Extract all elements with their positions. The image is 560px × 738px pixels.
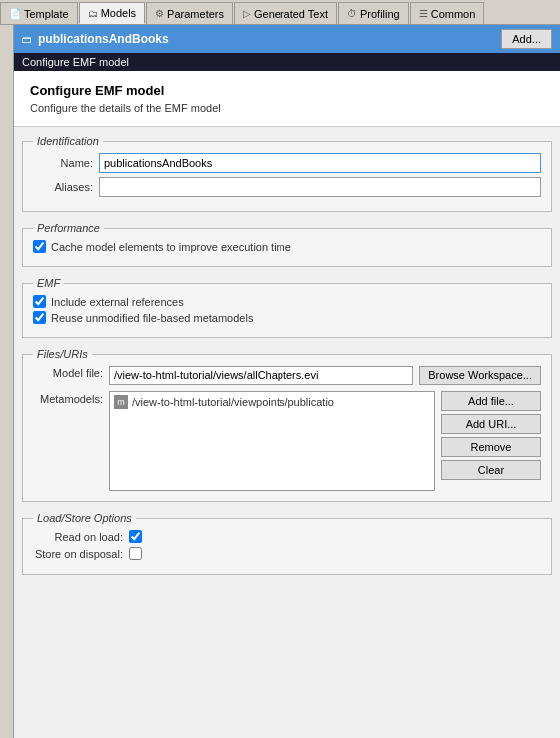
parameters-icon: ⚙ — [155, 8, 164, 19]
identification-group: Identification Name: Aliases: — [22, 135, 552, 212]
name-input[interactable] — [99, 153, 541, 173]
clear-button[interactable]: Clear — [441, 460, 541, 480]
aliases-input[interactable] — [99, 177, 541, 197]
metamodel-item: m /view-to-html-tutorial/viewpoints/publ… — [112, 394, 432, 410]
browse-workspace-button[interactable]: Browse Workspace... — [419, 366, 541, 385]
add-uri-button[interactable]: Add URI... — [441, 414, 541, 434]
tab-generated-text-label: Generated Text — [254, 8, 328, 20]
form-area: Identification Name: Aliases: Performanc… — [14, 127, 560, 593]
include-external-label: Include external references — [51, 296, 184, 308]
tab-generated-text[interactable]: ▷ Generated Text — [234, 2, 337, 24]
configure-heading: Configure EMF model — [30, 83, 544, 98]
emf-legend: EMF — [33, 277, 64, 289]
metamodels-list[interactable]: m /view-to-html-tutorial/viewpoints/publ… — [109, 391, 435, 491]
profiling-icon: ⏱ — [347, 8, 357, 19]
tab-models-label: Models — [101, 7, 136, 19]
metamodels-side-buttons: Add file... Add URI... Remove Clear — [441, 391, 541, 480]
tab-profiling-label: Profiling — [360, 8, 400, 20]
model-file-row: Model file: Browse Workspace... — [33, 366, 541, 385]
emf-group: EMF Include external references Reuse un… — [22, 277, 552, 338]
store-on-disposal-checkbox[interactable] — [129, 547, 142, 560]
include-external-row: Include external references — [33, 295, 541, 308]
main-area: 🗃 publicationsAndBooks Add... Configure … — [0, 25, 560, 738]
load-store-group: Load/Store Options Read on load: Store o… — [22, 512, 552, 575]
metamodels-label: Metamodels: — [33, 391, 103, 405]
read-on-load-label: Read on load: — [33, 531, 123, 543]
tab-common-label: Common — [431, 8, 476, 20]
models-icon: 🗂 — [88, 8, 98, 19]
section-title-bar: Configure EMF model — [14, 53, 560, 71]
reuse-metamodels-row: Reuse unmodified file-based metamodels — [33, 311, 541, 324]
identification-legend: Identification — [33, 135, 103, 147]
configure-section: Configure EMF model Configure the detail… — [14, 71, 560, 127]
tab-profiling[interactable]: ⏱ Profiling — [338, 2, 409, 24]
common-icon: ☰ — [419, 8, 428, 19]
sidebar-strip — [0, 25, 14, 738]
files-uris-legend: Files/URIs — [33, 348, 92, 360]
metamodel-path: /view-to-html-tutorial/viewpoints/public… — [132, 396, 334, 408]
reuse-metamodels-label: Reuse unmodified file-based metamodels — [51, 312, 253, 324]
cache-checkbox[interactable] — [33, 240, 46, 253]
remove-button[interactable]: Remove — [441, 437, 541, 457]
configure-description: Configure the details of the EMF model — [30, 102, 544, 114]
include-external-checkbox[interactable] — [33, 295, 46, 308]
cache-label: Cache model elements to improve executio… — [51, 241, 291, 253]
performance-legend: Performance — [33, 222, 104, 234]
model-header: 🗃 publicationsAndBooks Add... — [14, 25, 560, 53]
add-file-button[interactable]: Add file... — [441, 391, 541, 411]
name-row: Name: — [33, 153, 541, 173]
model-name: publicationsAndBooks — [38, 32, 169, 46]
metamodel-icon: m — [114, 395, 128, 409]
store-on-disposal-label: Store on disposal: — [33, 548, 123, 560]
tab-template[interactable]: 📄 Template — [0, 2, 78, 24]
load-store-legend: Load/Store Options — [33, 512, 136, 524]
section-title: Configure EMF model — [22, 56, 129, 68]
reuse-metamodels-checkbox[interactable] — [33, 311, 46, 324]
tab-template-label: Template — [24, 8, 69, 20]
name-label: Name: — [33, 157, 93, 169]
aliases-row: Aliases: — [33, 177, 541, 197]
content-area: 🗃 publicationsAndBooks Add... Configure … — [14, 25, 560, 738]
aliases-label: Aliases: — [33, 181, 93, 193]
generated-text-icon: ▷ — [243, 8, 251, 19]
metamodels-container: Metamodels: m /view-to-html-tutorial/vie… — [33, 391, 541, 491]
tab-parameters[interactable]: ⚙ Parameters — [146, 2, 233, 24]
tab-common[interactable]: ☰ Common — [410, 2, 485, 24]
cache-row: Cache model elements to improve executio… — [33, 240, 541, 253]
model-header-icon: 🗃 — [22, 34, 32, 45]
tab-parameters-label: Parameters — [167, 8, 224, 20]
template-icon: 📄 — [9, 8, 21, 19]
read-on-load-checkbox[interactable] — [129, 530, 142, 543]
model-file-label: Model file: — [33, 366, 103, 379]
add-button[interactable]: Add... — [501, 29, 552, 49]
tab-bar: 📄 Template 🗂 Models ⚙ Parameters ▷ Gener… — [0, 0, 560, 25]
performance-group: Performance Cache model elements to impr… — [22, 222, 552, 267]
tab-models[interactable]: 🗂 Models — [79, 2, 145, 24]
read-on-load-row: Read on load: — [33, 530, 541, 543]
files-uris-group: Files/URIs Model file: Browse Workspace.… — [22, 348, 552, 502]
model-file-input[interactable] — [109, 366, 413, 385]
store-on-disposal-row: Store on disposal: — [33, 547, 541, 560]
